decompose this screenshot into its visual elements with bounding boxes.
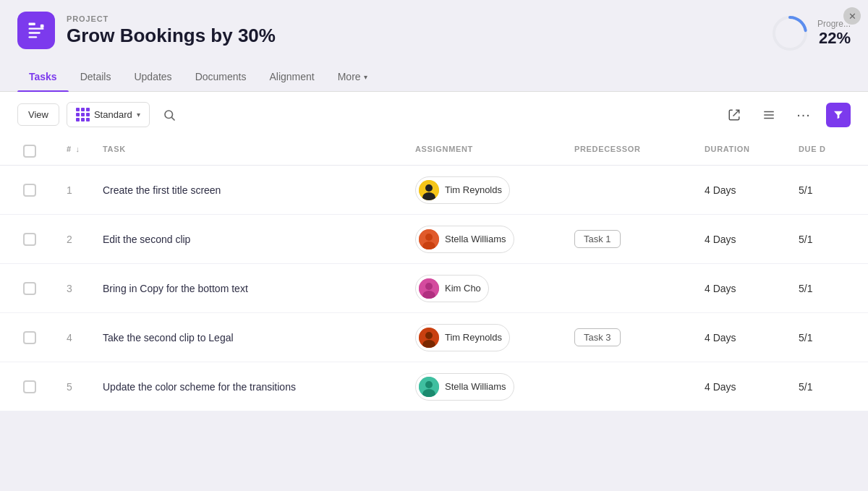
progress-info: Progre... 22%	[817, 19, 851, 48]
row-select-checkbox[interactable]	[23, 380, 36, 393]
standard-button[interactable]: Standard ▾	[67, 102, 150, 127]
due-4: 5/1	[793, 326, 851, 349]
task-name-4: Take the second clip to Legal	[97, 326, 409, 349]
row-checkbox-3	[17, 276, 61, 301]
predecessor-badge-2: Task 1	[574, 230, 621, 248]
due-3: 5/1	[793, 277, 851, 300]
more-options-button[interactable]: ···	[791, 103, 816, 127]
svg-point-27	[425, 381, 433, 388]
svg-point-18	[425, 234, 433, 241]
row-checkbox-5	[17, 375, 61, 399]
avatar-2	[419, 229, 439, 249]
assignee-badge-1[interactable]: Tim Reynolds	[415, 176, 510, 204]
header-num: # ↓	[61, 137, 97, 165]
standard-label: Standard	[94, 109, 132, 120]
tab-updates[interactable]: Updates	[122, 62, 183, 91]
svg-line-9	[733, 110, 739, 116]
assignee-badge-3[interactable]: Kim Cho	[415, 275, 489, 302]
select-all-checkbox[interactable]	[23, 145, 36, 158]
table-row: 1 Create the first title screen Tim Reyn…	[0, 166, 868, 215]
due-1: 5/1	[793, 179, 851, 202]
svg-line-8	[171, 117, 174, 120]
export-button[interactable]	[722, 103, 746, 127]
header-task: TASK	[97, 137, 409, 165]
chevron-down-icon: ▾	[137, 111, 140, 119]
due-5: 5/1	[793, 375, 851, 398]
duration-4: 4 Days	[699, 326, 793, 349]
assignee-badge-4[interactable]: Tim Reynolds	[415, 324, 510, 351]
row-number-3: 3	[61, 277, 97, 300]
header-checkbox	[17, 137, 61, 165]
tab-more[interactable]: More ▾	[326, 62, 379, 91]
search-button[interactable]	[157, 103, 182, 127]
row-select-checkbox[interactable]	[23, 282, 36, 295]
search-icon	[163, 108, 176, 121]
table-row: 2 Edit the second clip Stella Williams T…	[0, 215, 868, 264]
project-label: PROJECT	[67, 14, 276, 23]
due-2: 5/1	[793, 228, 851, 251]
assignment-cell-3: Kim Cho	[409, 269, 569, 308]
row-select-checkbox[interactable]	[23, 331, 36, 344]
predecessor-cell-5	[569, 381, 699, 393]
hash-icon: #	[67, 145, 72, 153]
header-right: Progre... 22%	[771, 14, 851, 52]
task-name-2: Edit the second clip	[97, 228, 409, 251]
predecessor-cell-3	[569, 283, 699, 294]
task-name-1: Create the first title screen	[97, 179, 409, 202]
svg-rect-4	[41, 25, 44, 28]
project-title: Grow Bookings by 30%	[67, 25, 276, 47]
export-icon	[728, 108, 741, 121]
row-checkbox-2	[17, 227, 61, 252]
tab-alignment[interactable]: Alignment	[258, 62, 326, 91]
duration-3: 4 Days	[699, 277, 793, 300]
assignee-name-2: Stella Williams	[445, 234, 506, 244]
assignee-name-3: Kim Cho	[445, 283, 481, 294]
row-checkbox-4	[17, 325, 61, 350]
svg-rect-2	[29, 32, 41, 33]
row-number-4: 4	[61, 326, 97, 349]
svg-marker-13	[834, 111, 843, 119]
app-icon	[17, 12, 55, 49]
assignee-name-5: Stella Williams	[445, 381, 506, 392]
predecessor-cell-2: Task 1	[569, 224, 699, 254]
tasks-table: # ↓ TASK ASSIGNMENT PREDECESSOR DURATION…	[0, 137, 868, 411]
header-text: PROJECT Grow Bookings by 30%	[67, 14, 276, 47]
row-checkbox-1	[17, 178, 61, 202]
toolbar: View Standard ▾	[0, 92, 868, 137]
toolbar-left: View Standard ▾	[17, 102, 182, 127]
more-label: More	[338, 71, 361, 82]
close-button[interactable]: ✕	[843, 7, 861, 25]
filter-button[interactable]	[826, 103, 851, 127]
tab-details[interactable]: Details	[69, 62, 123, 91]
view-button[interactable]: View	[17, 103, 59, 126]
table-header: # ↓ TASK ASSIGNMENT PREDECESSOR DURATION…	[0, 137, 868, 166]
table-row: 3 Bring in Copy for the bottom text Kim …	[0, 264, 868, 313]
assignee-name-1: Tim Reynolds	[445, 184, 502, 195]
chevron-down-icon: ▾	[364, 73, 367, 81]
duration-5: 4 Days	[699, 375, 793, 398]
view-label: View	[28, 109, 48, 120]
group-button[interactable]	[757, 103, 781, 127]
tab-documents[interactable]: Documents	[184, 62, 258, 91]
svg-point-7	[165, 111, 173, 119]
toolbar-right: ···	[722, 103, 851, 127]
avatar-5	[419, 377, 439, 397]
sort-icon[interactable]: ↓	[76, 145, 80, 153]
task-name-5: Update the color scheme for the transiti…	[97, 375, 409, 398]
svg-point-24	[425, 332, 433, 339]
avatar-1	[419, 180, 439, 200]
assignee-badge-5[interactable]: Stella Williams	[415, 373, 514, 401]
predecessor-cell-1	[569, 184, 699, 196]
row-number-1: 1	[61, 179, 97, 202]
row-select-checkbox[interactable]	[23, 184, 36, 197]
assignee-badge-2[interactable]: Stella Williams	[415, 226, 514, 253]
assignment-cell-2: Stella Williams	[409, 220, 569, 259]
predecessor-cell-4: Task 3	[569, 323, 699, 352]
svg-rect-1	[29, 28, 44, 30]
progress-percentage: 22%	[817, 29, 851, 48]
tab-tasks[interactable]: Tasks	[17, 62, 69, 91]
task-name-3: Bring in Copy for the bottom text	[97, 277, 409, 300]
header: PROJECT Grow Bookings by 30% Progre... 2…	[0, 0, 868, 52]
row-select-checkbox[interactable]	[23, 233, 36, 246]
assignment-cell-4: Tim Reynolds	[409, 318, 569, 357]
